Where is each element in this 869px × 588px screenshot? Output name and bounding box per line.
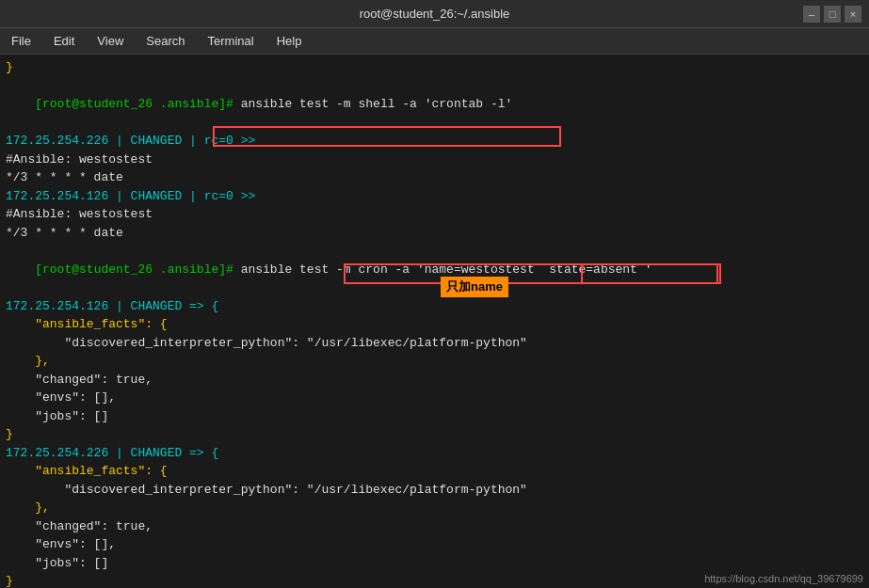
maximize-button[interactable]: □: [824, 6, 841, 23]
terminal-line: "discovered_interpreter_python": "/usr/l…: [6, 334, 863, 353]
terminal-line: 172.25.254.126 | CHANGED | rc=0 >>: [6, 187, 863, 206]
terminal-content[interactable]: } [root@student_26 .ansible]# ansible te…: [0, 55, 869, 588]
terminal-line: "changed": true,: [6, 371, 863, 389]
window-title: root@student_26:~/.ansible: [360, 7, 510, 21]
terminal-line: "discovered_interpreter_python": "/usr/l…: [6, 481, 863, 500]
watermark: https://blog.csdn.net/qq_39679699: [704, 573, 863, 584]
minimize-button[interactable]: –: [803, 6, 820, 23]
terminal-line: 172.25.254.226 | CHANGED | rc=0 >>: [6, 132, 863, 151]
title-bar: root@student_26:~/.ansible – □ ×: [0, 0, 869, 28]
terminal-line: }: [6, 425, 863, 444]
window-controls[interactable]: – □ ×: [803, 6, 861, 23]
menu-bar: File Edit View Search Terminal Help: [0, 28, 869, 55]
terminal-line: 172.25.254.126 | CHANGED => {: [6, 297, 863, 316]
terminal-line: }: [6, 58, 863, 77]
terminal-line: "jobs": []: [6, 407, 863, 426]
terminal-line: },: [6, 499, 863, 517]
terminal-line: },: [6, 352, 863, 371]
menu-terminal[interactable]: Terminal: [197, 30, 266, 52]
close-button[interactable]: ×: [845, 6, 861, 23]
terminal-line: "ansible_facts": {: [6, 315, 863, 334]
menu-file[interactable]: File: [0, 30, 42, 52]
terminal-line: "jobs": []: [6, 554, 863, 573]
terminal-line: #Ansible: westostest: [6, 205, 863, 224]
terminal-line: #Ansible: westostest: [6, 151, 863, 169]
menu-search[interactable]: Search: [135, 30, 196, 52]
menu-help[interactable]: Help: [266, 30, 314, 52]
menu-edit[interactable]: Edit: [42, 30, 86, 52]
annotation-label-name: 只加name: [441, 277, 508, 297]
terminal-line: "changed": true,: [6, 517, 863, 536]
menu-view[interactable]: View: [86, 30, 135, 52]
terminal-line: 172.25.254.226 | CHANGED => {: [6, 444, 863, 463]
terminal-line: "envs": [],: [6, 535, 863, 554]
terminal-line: [root@student_26 .ansible]# ansible test…: [6, 77, 863, 133]
terminal-line: "envs": [],: [6, 389, 863, 407]
terminal-line: */3 * * * * date: [6, 224, 863, 243]
terminal-line: "ansible_facts": {: [6, 462, 863, 481]
terminal-line: [root@student_26 .ansible]# ansible test…: [6, 242, 863, 297]
terminal-line: */3 * * * * date: [6, 168, 863, 187]
